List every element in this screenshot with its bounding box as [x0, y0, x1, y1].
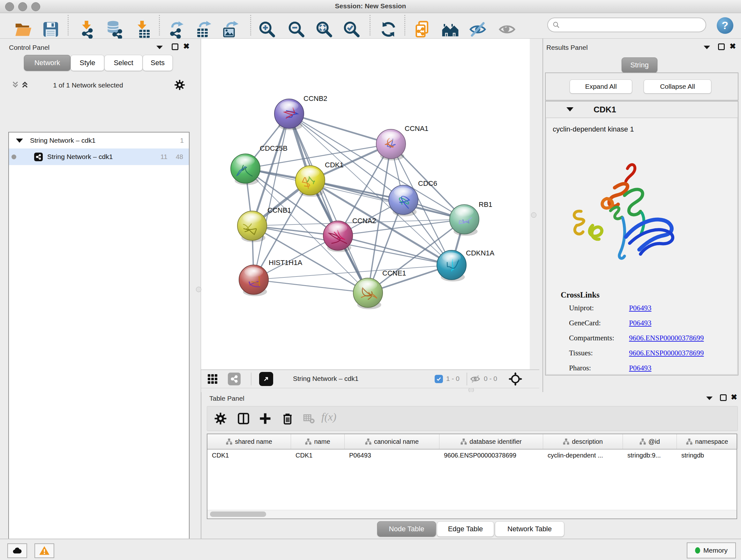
cytoscape-window: Session: New Session ? Control Panel	[0, 0, 741, 560]
toolbar-divider	[369, 15, 370, 36]
tab-sets[interactable]: Sets	[143, 55, 173, 71]
results-panel-float-button[interactable]	[704, 46, 710, 49]
delete-column-icon[interactable]	[280, 412, 294, 426]
crosslink-link[interactable]: P06493	[629, 364, 651, 372]
export-image-icon[interactable]	[221, 20, 240, 39]
selected-count-checkbox-icon[interactable]	[434, 375, 443, 383]
home-icon[interactable]	[441, 20, 460, 39]
table-panel-maximize-button[interactable]	[720, 394, 727, 401]
column-header--id[interactable]: @id	[623, 434, 677, 449]
network-edge-CCNB2-CCNA1[interactable]	[289, 114, 391, 144]
zoom-out-icon[interactable]	[287, 20, 306, 39]
copy-network-icon[interactable]	[413, 20, 432, 39]
splitter-handle-icon[interactable]	[196, 287, 201, 292]
column-header-database-identifier[interactable]: database identifier	[440, 434, 543, 449]
collapse-all-button[interactable]: Collapse All	[644, 79, 711, 94]
control-panel-float-button[interactable]	[156, 46, 163, 49]
network-node-CCNA1[interactable]	[376, 129, 406, 161]
column-header-namespace[interactable]: namespace	[677, 434, 738, 449]
table-cell[interactable]: stringdb:9...	[623, 449, 677, 462]
column-header-shared-name[interactable]: shared name	[207, 434, 291, 449]
table-cell[interactable]: CDK1	[207, 449, 291, 462]
column-header-description[interactable]: description	[543, 434, 623, 449]
save-session-icon[interactable]	[42, 20, 60, 39]
tab-edge-table[interactable]: Edge Table	[437, 521, 494, 537]
tab-network-table[interactable]: Network Table	[495, 521, 564, 537]
export-table-icon[interactable]	[195, 20, 213, 39]
network-node-RB1[interactable]	[450, 205, 479, 236]
crosslink-link[interactable]: P06493	[629, 319, 651, 327]
table-cell[interactable]: stringdb	[677, 449, 738, 462]
grid-view-icon[interactable]	[207, 373, 218, 386]
node-label-CDC6: CDC6	[418, 179, 437, 187]
scrollbar-thumb[interactable]	[210, 511, 266, 517]
export-network-icon[interactable]	[167, 20, 186, 39]
table-cell[interactable]: 9606.ENSP00000378699	[440, 449, 543, 462]
tab-style[interactable]: Style	[71, 55, 105, 71]
tab-string-results[interactable]: String	[622, 57, 657, 73]
network-node-CCNE1[interactable]	[353, 278, 383, 309]
tab-network[interactable]: Network	[24, 55, 71, 71]
help-button[interactable]: ?	[717, 17, 733, 34]
create-column-icon[interactable]	[258, 412, 272, 426]
search-input[interactable]	[560, 21, 705, 29]
network-node-CCNB1[interactable]	[238, 211, 267, 242]
network-node-CDC6[interactable]	[389, 185, 418, 216]
hide-glass-icon[interactable]	[468, 20, 487, 39]
table-panel-close-button[interactable]: ✖	[731, 394, 737, 400]
crosslink-link[interactable]: 9606.ENSP00000378699	[629, 349, 704, 357]
import-network-from-database-icon[interactable]	[105, 20, 124, 39]
crosslink-link[interactable]: 9606.ENSP00000378699	[629, 334, 704, 342]
network-view-mode-icon[interactable]	[228, 373, 241, 385]
warning-button[interactable]	[35, 543, 54, 558]
control-panel-close-button[interactable]: ✖	[183, 43, 190, 50]
birds-eye-view-icon[interactable]	[508, 372, 523, 388]
cloud-button[interactable]	[7, 543, 27, 558]
network-node-HIST1H1A[interactable]	[239, 265, 268, 296]
tab-node-table[interactable]: Node Table	[377, 521, 436, 537]
crosslink-link[interactable]: P06493	[629, 304, 651, 312]
table-horizontal-scrollbar[interactable]	[207, 510, 737, 518]
show-glass-icon[interactable]	[498, 20, 516, 39]
network-node-CCNA2[interactable]	[323, 221, 353, 252]
control-panel-maximize-button[interactable]	[172, 44, 179, 50]
network-row-selected[interactable]: String Network – cdk1 11 48	[9, 148, 189, 165]
collection-expand-icon[interactable]	[16, 138, 23, 143]
table-row[interactable]: CDK1CDK1P064939606.ENSP00000378699cyclin…	[207, 449, 737, 462]
section-collapse-icon[interactable]	[566, 107, 574, 111]
column-header-canonical-name[interactable]: canonical name	[345, 434, 440, 449]
import-table-from-file-icon[interactable]	[133, 20, 151, 39]
show-columns-icon[interactable]	[237, 412, 251, 426]
table-panel-float-button[interactable]	[706, 396, 713, 400]
memory-button[interactable]: Memory	[687, 543, 736, 558]
node-section-header[interactable]: CDK1	[546, 102, 738, 118]
refresh-view-icon[interactable]	[379, 20, 398, 39]
tab-select[interactable]: Select	[105, 55, 143, 71]
network-options-gear-icon[interactable]	[174, 79, 186, 92]
table-cell[interactable]: cyclin-dependent ...	[543, 449, 623, 462]
splitter-handle-icon[interactable]	[531, 212, 536, 218]
zoom-fit-icon[interactable]	[315, 20, 333, 39]
table-cell[interactable]: P06493	[345, 449, 440, 462]
detach-view-icon[interactable]	[259, 372, 273, 386]
network-node-CDKN1A[interactable]	[437, 250, 466, 282]
network-canvas[interactable]: CCNB2CCNA1CDC25BCDK1CDC6RB1CCNB1CCNA2CDK…	[201, 39, 530, 369]
zoom-selected-icon[interactable]	[342, 20, 361, 39]
zoom-in-icon[interactable]	[258, 20, 276, 39]
table-cell[interactable]: CDK1	[291, 449, 345, 462]
network-edge-HIST1H1A-CCNE1[interactable]	[254, 280, 368, 293]
network-node-CCNB2[interactable]	[274, 99, 304, 130]
network-node-CDC25B[interactable]	[231, 154, 260, 185]
open-session-icon[interactable]	[14, 20, 32, 39]
column-header-name[interactable]: name	[291, 434, 345, 449]
network-node-CDK1[interactable]	[295, 166, 325, 197]
network-collection-row[interactable]: String Network – cdk1 1	[9, 132, 189, 148]
results-panel-close-button[interactable]: ✖	[730, 43, 736, 50]
expand-all-button[interactable]: Expand All	[569, 79, 632, 94]
string-network-graph[interactable]: CCNB2CCNA1CDC25BCDK1CDC6RB1CCNB1CCNA2CDK…	[201, 39, 530, 369]
import-network-from-file-icon[interactable]	[77, 20, 96, 39]
search-field[interactable]	[547, 17, 706, 32]
results-panel-maximize-button[interactable]	[718, 44, 725, 50]
table-options-gear-icon[interactable]	[213, 412, 227, 426]
network-edge-CCNA2-CDKN1A[interactable]	[338, 236, 452, 265]
